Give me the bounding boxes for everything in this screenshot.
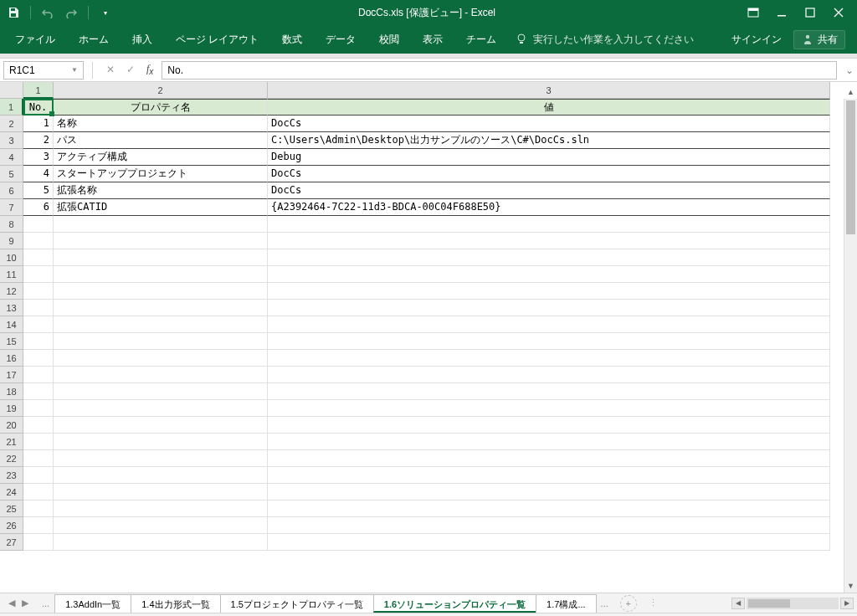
cell[interactable]: 拡張CATID [54, 199, 268, 216]
redo-icon[interactable] [64, 6, 78, 19]
cell[interactable] [54, 367, 268, 383]
row-header[interactable]: 20 [0, 417, 23, 434]
enter-formula-icon[interactable]: ✓ [126, 64, 135, 75]
cell[interactable] [54, 216, 268, 233]
cell[interactable]: DocCs [268, 166, 830, 182]
row-header[interactable]: 12 [0, 283, 23, 300]
cell[interactable] [23, 534, 54, 551]
cell[interactable]: 名称 [54, 116, 268, 132]
cell[interactable] [54, 534, 268, 551]
formula-input[interactable]: No. [162, 61, 837, 80]
cell[interactable] [268, 434, 830, 450]
row-header[interactable]: 8 [0, 216, 23, 233]
scroll-thumb[interactable] [846, 100, 855, 234]
cell[interactable]: {A2392464-7C22-11d3-BDCA-00C04F688E50} [268, 199, 830, 216]
cell-grid[interactable]: No. プロパティ名 値 1名称DocCs 2パスC:\Users\Admin\… [23, 99, 857, 593]
cancel-formula-icon[interactable]: ✕ [106, 64, 115, 75]
tab-home[interactable]: ホーム [67, 25, 121, 54]
cell[interactable]: スタートアッププロジェクト [54, 166, 268, 182]
next-sheet-icon[interactable]: ▶ [22, 598, 28, 608]
cell[interactable] [268, 450, 830, 467]
share-button[interactable]: 共有 [793, 30, 845, 49]
row-header[interactable]: 11 [0, 266, 23, 283]
cell[interactable] [268, 266, 830, 283]
cell[interactable] [54, 283, 268, 300]
row-header[interactable]: 2 [0, 116, 23, 132]
close-icon[interactable] [832, 6, 845, 19]
add-sheet-button[interactable]: + [620, 595, 637, 612]
cell[interactable] [23, 417, 54, 434]
cell[interactable] [23, 216, 54, 233]
cell[interactable] [268, 316, 830, 333]
sign-in-link[interactable]: サインイン [731, 33, 782, 47]
cell[interactable]: DocCs [268, 116, 830, 132]
cell[interactable] [268, 484, 830, 501]
tab-insert[interactable]: 挿入 [121, 25, 164, 54]
cell[interactable] [268, 350, 830, 367]
cell[interactable] [23, 300, 54, 316]
sheet-tab[interactable]: 1.7構成... [536, 594, 596, 613]
tab-drag-handle-icon[interactable]: ⋮ [649, 598, 658, 608]
row-header[interactable]: 23 [0, 467, 23, 484]
scroll-down-icon[interactable]: ▼ [844, 579, 857, 593]
cell[interactable] [268, 300, 830, 316]
cell[interactable] [54, 501, 268, 517]
cell[interactable]: Debug [268, 149, 830, 166]
save-icon[interactable] [7, 6, 20, 19]
row-header[interactable]: 25 [0, 501, 23, 517]
cell[interactable] [268, 417, 830, 434]
cell[interactable] [23, 249, 54, 266]
cell[interactable]: 2 [23, 132, 54, 149]
row-header[interactable]: 26 [0, 517, 23, 534]
column-header[interactable]: 3 [268, 82, 830, 99]
tab-data[interactable]: データ [314, 25, 367, 54]
cell[interactable] [268, 400, 830, 417]
cell[interactable] [268, 216, 830, 233]
row-header[interactable]: 14 [0, 316, 23, 333]
cell[interactable] [268, 283, 830, 300]
cell[interactable] [54, 383, 268, 400]
cell[interactable] [54, 450, 268, 467]
cell[interactable] [54, 484, 268, 501]
cell[interactable] [23, 517, 54, 534]
scroll-right-icon[interactable]: ▶ [840, 598, 854, 609]
row-header[interactable]: 19 [0, 400, 23, 417]
column-header[interactable]: 1 [23, 82, 54, 99]
tab-formulas[interactable]: 数式 [270, 25, 314, 54]
sheet-tab-active[interactable]: 1.6ソリューションプロパティ一覧 [373, 594, 536, 613]
cell[interactable] [268, 383, 830, 400]
cell[interactable]: 3 [23, 149, 54, 166]
cell[interactable] [268, 233, 830, 249]
cell[interactable] [23, 316, 54, 333]
tab-review[interactable]: 校閲 [367, 25, 411, 54]
scroll-up-icon[interactable]: ▲ [844, 85, 857, 99]
expand-formula-bar-icon[interactable]: ⌄ [842, 64, 857, 76]
cell[interactable] [54, 517, 268, 534]
cell[interactable] [268, 501, 830, 517]
cell[interactable]: C:\Users\Admin\Desktop\出力サンプルのソース\C#\Doc… [268, 132, 830, 149]
row-header[interactable]: 21 [0, 434, 23, 450]
row-header[interactable]: 6 [0, 182, 23, 199]
row-header[interactable]: 7 [0, 199, 23, 216]
undo-icon[interactable] [41, 6, 54, 19]
header-cell-property[interactable]: プロパティ名 [54, 99, 268, 116]
header-cell-value[interactable]: 値 [268, 99, 830, 116]
select-all-corner[interactable] [0, 82, 23, 99]
cell[interactable]: アクティブ構成 [54, 149, 268, 166]
cell[interactable] [54, 300, 268, 316]
qat-customize-icon[interactable]: ▾ [99, 6, 112, 19]
cell[interactable]: 6 [23, 199, 54, 216]
tell-me-search[interactable]: 実行したい作業を入力してください [515, 33, 694, 47]
cell[interactable] [54, 400, 268, 417]
tab-page-layout[interactable]: ページ レイアウト [164, 25, 270, 54]
vertical-scrollbar[interactable]: ▲ ▼ [844, 99, 857, 593]
cell[interactable] [54, 266, 268, 283]
scroll-thumb[interactable] [748, 599, 790, 608]
cell[interactable] [23, 434, 54, 450]
cell[interactable]: パス [54, 132, 268, 149]
cell[interactable] [268, 333, 830, 350]
cell[interactable]: DocCs [268, 182, 830, 199]
row-header[interactable]: 3 [0, 132, 23, 149]
cell[interactable] [268, 467, 830, 484]
fx-icon[interactable]: fx [146, 63, 153, 76]
